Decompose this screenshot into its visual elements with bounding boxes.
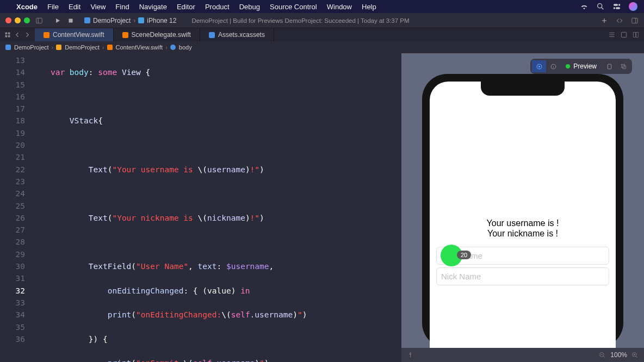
nav-forward-icon[interactable] bbox=[24, 32, 30, 38]
svg-rect-11 bbox=[5, 33, 8, 35]
svg-point-0 bbox=[598, 4, 602, 8]
close-window-button[interactable] bbox=[5, 17, 11, 23]
macos-menubar: Xcode File Edit View Find Navigate Edito… bbox=[0, 0, 644, 13]
bc-file[interactable]: ContentView.swift bbox=[116, 44, 163, 51]
menu-debug[interactable]: Debug bbox=[239, 3, 260, 11]
svg-point-19 bbox=[538, 65, 540, 67]
svg-rect-9 bbox=[632, 18, 638, 23]
nickname-field[interactable]: Nick Name bbox=[436, 267, 609, 285]
tab-scenedelegate[interactable]: SceneDelegate.swift bbox=[114, 28, 200, 41]
menu-help[interactable]: Help bbox=[362, 3, 376, 11]
username-field[interactable]: 20 User Name bbox=[436, 247, 609, 265]
menu-file[interactable]: File bbox=[47, 3, 59, 11]
run-button-icon[interactable] bbox=[54, 17, 61, 24]
preview-label-pill[interactable]: Preview bbox=[560, 61, 602, 72]
tab-contentview[interactable]: ContentView.swift bbox=[35, 28, 114, 41]
svg-line-27 bbox=[603, 356, 605, 358]
inspector-toggle-icon[interactable] bbox=[631, 17, 639, 24]
jump-bar[interactable]: DemoProject› DemoProject› ContentView.sw… bbox=[0, 41, 644, 53]
scheme-device-label: iPhone 12 bbox=[147, 17, 176, 24]
zoom-window-button[interactable] bbox=[24, 17, 30, 23]
swift-file-icon bbox=[107, 45, 113, 50]
menu-find[interactable]: Find bbox=[115, 3, 129, 11]
bc-symbol[interactable]: body bbox=[179, 44, 192, 51]
device-settings-button[interactable] bbox=[602, 60, 616, 72]
notch bbox=[481, 82, 565, 96]
device-screen[interactable]: Your username is ! Your nickname is ! 20… bbox=[430, 82, 616, 348]
svg-rect-6 bbox=[36, 18, 42, 23]
nav-back-icon[interactable] bbox=[14, 32, 21, 38]
tab-label: SceneDelegate.swift bbox=[132, 31, 191, 39]
add-editor-icon[interactable] bbox=[632, 31, 640, 39]
nickname-placeholder: Nick Name bbox=[441, 272, 481, 281]
svg-line-1 bbox=[602, 8, 603, 9]
selectable-preview-button[interactable]: i bbox=[546, 60, 560, 72]
svg-text:i: i bbox=[553, 65, 554, 68]
tab-label: Assets.xcassets bbox=[218, 31, 265, 39]
siri-icon[interactable] bbox=[629, 2, 637, 11]
bc-project[interactable]: DemoProject bbox=[14, 44, 49, 51]
svg-point-3 bbox=[618, 4, 620, 5]
bc-folder[interactable]: DemoProject bbox=[65, 44, 100, 51]
menu-window[interactable]: Window bbox=[327, 3, 352, 11]
app-icon bbox=[84, 17, 90, 23]
control-center-icon[interactable] bbox=[612, 2, 621, 11]
menu-view[interactable]: View bbox=[90, 3, 106, 11]
svg-rect-17 bbox=[636, 32, 639, 37]
project-icon bbox=[5, 45, 11, 50]
preview-toolbar: i Preview bbox=[530, 59, 632, 74]
library-icon[interactable] bbox=[616, 17, 623, 24]
wifi-icon[interactable] bbox=[580, 2, 589, 11]
svg-rect-15 bbox=[621, 32, 626, 37]
pin-icon[interactable] bbox=[407, 352, 414, 359]
code-content[interactable]: var body: some View { VStack{ Text("Your… bbox=[32, 53, 326, 362]
nickname-text: Your nickname is ! bbox=[430, 229, 616, 239]
tab-assets[interactable]: Assets.xcassets bbox=[200, 28, 274, 41]
add-icon[interactable] bbox=[600, 17, 608, 24]
related-items-icon[interactable] bbox=[4, 32, 11, 38]
adjust-editor-icon[interactable] bbox=[620, 31, 628, 39]
menu-source-control[interactable]: Source Control bbox=[270, 3, 317, 11]
menu-app[interactable]: Xcode bbox=[16, 3, 38, 11]
line-gutter: 1314151617181920212223242526272829303132… bbox=[0, 53, 32, 362]
activity-status: DemoProject | Build for Previews DemoPro… bbox=[191, 17, 409, 24]
svg-line-31 bbox=[636, 356, 637, 358]
svg-rect-22 bbox=[608, 64, 611, 69]
editor-options-icon[interactable] bbox=[608, 31, 616, 39]
editor-tabbar: ContentView.swift SceneDelegate.swift As… bbox=[0, 28, 644, 41]
tab-label: ContentView.swift bbox=[53, 31, 104, 39]
preview-label: Preview bbox=[573, 63, 597, 70]
swift-file-icon bbox=[44, 32, 49, 38]
folder-icon bbox=[56, 45, 61, 50]
assets-icon bbox=[209, 32, 215, 38]
preview-footer: 100% bbox=[401, 348, 644, 362]
source-editor[interactable]: 1314151617181920212223242526272829303132… bbox=[0, 53, 401, 362]
xcode-toolbar: DemoProject › iPhone 12 DemoProject | Bu… bbox=[0, 13, 644, 28]
navigator-toggle-icon[interactable] bbox=[35, 17, 43, 24]
username-text: Your username is ! bbox=[430, 219, 616, 228]
svg-rect-13 bbox=[5, 35, 8, 38]
scheme-project-label: DemoProject bbox=[93, 17, 131, 24]
svg-rect-12 bbox=[8, 33, 10, 35]
menu-edit[interactable]: Edit bbox=[69, 3, 81, 11]
svg-point-5 bbox=[614, 7, 615, 9]
device-icon bbox=[138, 17, 144, 23]
minimize-window-button[interactable] bbox=[15, 17, 21, 23]
menu-product[interactable]: Product bbox=[205, 3, 230, 11]
app-preview-content: Your username is ! Your nickname is ! 20… bbox=[430, 82, 616, 285]
menu-editor[interactable]: Editor bbox=[177, 3, 195, 11]
spotlight-icon[interactable] bbox=[596, 2, 605, 11]
svg-rect-8 bbox=[69, 18, 73, 22]
scheme-selector[interactable]: DemoProject › iPhone 12 bbox=[84, 17, 176, 24]
zoom-in-icon[interactable] bbox=[631, 352, 639, 359]
svg-rect-4 bbox=[616, 7, 620, 9]
preview-canvas: i Preview Your username is ! Your nickna… bbox=[401, 53, 644, 362]
stop-button-icon[interactable] bbox=[67, 17, 75, 24]
duplicate-preview-button[interactable] bbox=[616, 60, 630, 72]
svg-rect-16 bbox=[633, 32, 635, 37]
zoom-level[interactable]: 100% bbox=[610, 351, 627, 359]
menu-navigate[interactable]: Navigate bbox=[139, 3, 167, 11]
swift-file-icon bbox=[122, 32, 128, 38]
zoom-out-icon[interactable] bbox=[599, 352, 606, 359]
live-preview-button[interactable] bbox=[532, 60, 546, 72]
